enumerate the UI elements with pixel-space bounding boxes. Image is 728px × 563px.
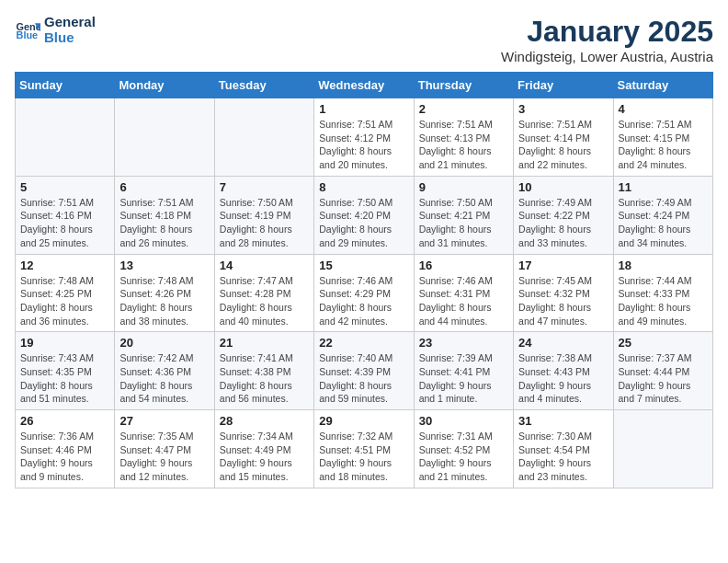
day-info: Sunrise: 7:38 AM Sunset: 4:43 PM Dayligh… xyxy=(518,351,608,406)
weekday-header-friday: Friday xyxy=(514,73,613,98)
calendar-cell: 4Sunrise: 7:51 AM Sunset: 4:15 PM Daylig… xyxy=(613,98,712,177)
day-info: Sunrise: 7:31 AM Sunset: 4:52 PM Dayligh… xyxy=(419,430,508,484)
calendar-cell: 5Sunrise: 7:51 AM Sunset: 4:16 PM Daylig… xyxy=(16,176,115,254)
calendar-cell xyxy=(115,98,214,177)
logo-line1: General xyxy=(44,15,96,30)
day-number: 8 xyxy=(319,180,408,194)
day-number: 23 xyxy=(419,336,508,350)
day-number: 2 xyxy=(419,102,508,116)
day-number: 10 xyxy=(518,180,608,194)
calendar-cell: 12Sunrise: 7:48 AM Sunset: 4:25 PM Dayli… xyxy=(16,254,115,332)
calendar-cell: 25Sunrise: 7:37 AM Sunset: 4:44 PM Dayli… xyxy=(613,332,712,410)
day-info: Sunrise: 7:50 AM Sunset: 4:21 PM Dayligh… xyxy=(419,196,508,250)
calendar-cell xyxy=(613,410,712,488)
day-info: Sunrise: 7:46 AM Sunset: 4:29 PM Dayligh… xyxy=(319,274,408,328)
calendar-cell: 15Sunrise: 7:46 AM Sunset: 4:29 PM Dayli… xyxy=(314,254,414,332)
calendar-cell: 9Sunrise: 7:50 AM Sunset: 4:21 PM Daylig… xyxy=(414,176,513,254)
day-info: Sunrise: 7:41 AM Sunset: 4:38 PM Dayligh… xyxy=(220,351,309,406)
day-info: Sunrise: 7:51 AM Sunset: 4:12 PM Dayligh… xyxy=(319,118,408,172)
calendar-week-row: 12Sunrise: 7:48 AM Sunset: 4:25 PM Dayli… xyxy=(16,254,713,332)
day-info: Sunrise: 7:49 AM Sunset: 4:22 PM Dayligh… xyxy=(518,196,608,250)
calendar-cell: 3Sunrise: 7:51 AM Sunset: 4:14 PM Daylig… xyxy=(514,98,613,177)
svg-text:Blue: Blue xyxy=(17,29,39,40)
calendar-header-row: SundayMondayTuesdayWednesdayThursdayFrid… xyxy=(16,73,713,98)
day-info: Sunrise: 7:51 AM Sunset: 4:14 PM Dayligh… xyxy=(518,118,608,172)
day-number: 17 xyxy=(518,259,608,272)
day-number: 7 xyxy=(220,180,309,194)
calendar-week-row: 5Sunrise: 7:51 AM Sunset: 4:16 PM Daylig… xyxy=(16,176,713,254)
day-info: Sunrise: 7:44 AM Sunset: 4:33 PM Dayligh… xyxy=(619,274,708,328)
day-number: 6 xyxy=(119,180,209,194)
day-number: 5 xyxy=(20,180,109,194)
logo-icon: General Blue xyxy=(15,17,40,43)
calendar-cell: 19Sunrise: 7:43 AM Sunset: 4:35 PM Dayli… xyxy=(16,332,115,410)
calendar-cell: 14Sunrise: 7:47 AM Sunset: 4:28 PM Dayli… xyxy=(214,254,313,332)
day-number: 9 xyxy=(419,180,508,194)
day-number: 20 xyxy=(119,336,209,350)
day-info: Sunrise: 7:40 AM Sunset: 4:39 PM Dayligh… xyxy=(319,351,408,406)
day-number: 27 xyxy=(119,414,209,428)
day-number: 21 xyxy=(220,336,309,350)
calendar-cell: 7Sunrise: 7:50 AM Sunset: 4:19 PM Daylig… xyxy=(214,176,313,254)
day-info: Sunrise: 7:50 AM Sunset: 4:19 PM Dayligh… xyxy=(220,196,309,250)
day-info: Sunrise: 7:43 AM Sunset: 4:35 PM Dayligh… xyxy=(20,351,109,406)
calendar-cell: 16Sunrise: 7:46 AM Sunset: 4:31 PM Dayli… xyxy=(414,254,513,332)
day-number: 29 xyxy=(319,414,408,428)
calendar-cell: 8Sunrise: 7:50 AM Sunset: 4:20 PM Daylig… xyxy=(314,176,414,254)
calendar-cell: 22Sunrise: 7:40 AM Sunset: 4:39 PM Dayli… xyxy=(314,332,414,410)
day-number: 4 xyxy=(619,102,708,116)
day-number: 28 xyxy=(220,414,309,428)
day-info: Sunrise: 7:50 AM Sunset: 4:20 PM Dayligh… xyxy=(319,196,408,250)
page-header: General Blue General Blue January 2025 W… xyxy=(15,15,713,64)
weekday-header-thursday: Thursday xyxy=(414,73,513,98)
calendar-week-row: 1Sunrise: 7:51 AM Sunset: 4:12 PM Daylig… xyxy=(16,98,713,177)
day-number: 13 xyxy=(119,259,209,272)
day-number: 14 xyxy=(220,259,309,272)
calendar-cell: 23Sunrise: 7:39 AM Sunset: 4:41 PM Dayli… xyxy=(414,332,513,410)
day-number: 3 xyxy=(518,102,608,116)
calendar-cell: 20Sunrise: 7:42 AM Sunset: 4:36 PM Dayli… xyxy=(115,332,214,410)
calendar-cell: 2Sunrise: 7:51 AM Sunset: 4:13 PM Daylig… xyxy=(414,98,513,177)
day-number: 30 xyxy=(419,414,508,428)
day-number: 11 xyxy=(619,180,708,194)
day-info: Sunrise: 7:48 AM Sunset: 4:26 PM Dayligh… xyxy=(119,274,209,328)
day-number: 22 xyxy=(319,336,408,350)
weekday-header-sunday: Sunday xyxy=(16,73,115,98)
weekday-header-tuesday: Tuesday xyxy=(214,73,313,98)
calendar-cell: 17Sunrise: 7:45 AM Sunset: 4:32 PM Dayli… xyxy=(514,254,613,332)
day-info: Sunrise: 7:47 AM Sunset: 4:28 PM Dayligh… xyxy=(220,274,309,328)
day-info: Sunrise: 7:49 AM Sunset: 4:24 PM Dayligh… xyxy=(619,196,708,250)
day-number: 16 xyxy=(419,259,508,272)
day-info: Sunrise: 7:51 AM Sunset: 4:18 PM Dayligh… xyxy=(119,196,209,250)
weekday-header-saturday: Saturday xyxy=(613,73,712,98)
day-info: Sunrise: 7:36 AM Sunset: 4:46 PM Dayligh… xyxy=(20,430,109,484)
calendar-cell: 24Sunrise: 7:38 AM Sunset: 4:43 PM Dayli… xyxy=(514,332,613,410)
day-info: Sunrise: 7:34 AM Sunset: 4:49 PM Dayligh… xyxy=(220,430,309,484)
calendar-cell: 10Sunrise: 7:49 AM Sunset: 4:22 PM Dayli… xyxy=(514,176,613,254)
calendar-cell: 31Sunrise: 7:30 AM Sunset: 4:54 PM Dayli… xyxy=(514,410,613,488)
day-number: 12 xyxy=(20,259,109,272)
calendar-cell xyxy=(16,98,115,177)
calendar-cell: 26Sunrise: 7:36 AM Sunset: 4:46 PM Dayli… xyxy=(16,410,115,488)
day-number: 31 xyxy=(518,414,608,428)
day-info: Sunrise: 7:32 AM Sunset: 4:51 PM Dayligh… xyxy=(319,430,408,484)
day-number: 19 xyxy=(20,336,109,350)
calendar-cell: 28Sunrise: 7:34 AM Sunset: 4:49 PM Dayli… xyxy=(214,410,313,488)
day-info: Sunrise: 7:35 AM Sunset: 4:47 PM Dayligh… xyxy=(119,430,209,484)
location-title: Windigsteig, Lower Austria, Austria xyxy=(501,49,713,64)
day-info: Sunrise: 7:45 AM Sunset: 4:32 PM Dayligh… xyxy=(518,274,608,328)
calendar-table: SundayMondayTuesdayWednesdayThursdayFrid… xyxy=(15,72,713,488)
day-number: 18 xyxy=(619,259,708,272)
day-info: Sunrise: 7:48 AM Sunset: 4:25 PM Dayligh… xyxy=(20,274,109,328)
calendar-cell: 11Sunrise: 7:49 AM Sunset: 4:24 PM Dayli… xyxy=(613,176,712,254)
day-number: 15 xyxy=(319,259,408,272)
calendar-cell: 27Sunrise: 7:35 AM Sunset: 4:47 PM Dayli… xyxy=(115,410,214,488)
day-info: Sunrise: 7:51 AM Sunset: 4:15 PM Dayligh… xyxy=(619,118,708,172)
day-info: Sunrise: 7:37 AM Sunset: 4:44 PM Dayligh… xyxy=(619,351,708,406)
logo-line2: Blue xyxy=(44,30,96,46)
day-info: Sunrise: 7:46 AM Sunset: 4:31 PM Dayligh… xyxy=(419,274,508,328)
title-block: January 2025 Windigsteig, Lower Austria,… xyxy=(501,15,713,64)
day-number: 25 xyxy=(619,336,708,350)
day-info: Sunrise: 7:39 AM Sunset: 4:41 PM Dayligh… xyxy=(419,351,508,406)
day-info: Sunrise: 7:42 AM Sunset: 4:36 PM Dayligh… xyxy=(119,351,209,406)
